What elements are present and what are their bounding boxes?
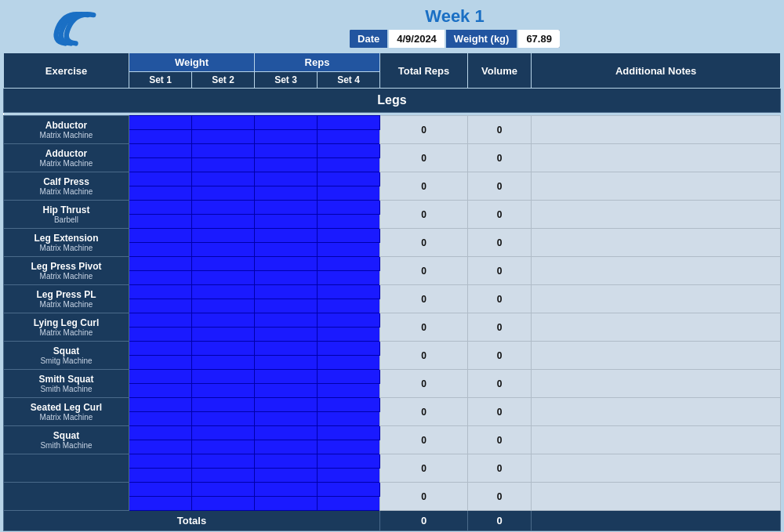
set3-input-row2[interactable] bbox=[255, 243, 318, 257]
set1-input-row1[interactable] bbox=[129, 342, 192, 356]
set4-input-row2[interactable] bbox=[318, 158, 380, 172]
set1-input-row1[interactable] bbox=[129, 454, 192, 469]
set1-input-row2[interactable] bbox=[129, 328, 192, 342]
set3-input-row1[interactable] bbox=[255, 398, 318, 412]
set1-input-row2[interactable] bbox=[129, 497, 192, 511]
set2-input-row2[interactable] bbox=[192, 497, 255, 511]
set3-input-row2[interactable] bbox=[255, 299, 318, 313]
set2-input-row1[interactable] bbox=[192, 172, 255, 186]
set2-input-row2[interactable] bbox=[192, 130, 255, 144]
set2-input-row2[interactable] bbox=[192, 356, 255, 370]
notes-cell[interactable] bbox=[532, 172, 781, 201]
set3-input-row1[interactable] bbox=[255, 257, 318, 271]
set1-input-row2[interactable] bbox=[129, 384, 192, 398]
set4-input-row2[interactable] bbox=[318, 412, 380, 426]
set4-input-row2[interactable] bbox=[318, 440, 380, 454]
set2-input-row1[interactable] bbox=[192, 257, 255, 271]
set3-input-row2[interactable] bbox=[255, 440, 318, 454]
set3-input-row1[interactable] bbox=[255, 116, 318, 130]
set2-input-row2[interactable] bbox=[192, 243, 255, 257]
set1-input-row2[interactable] bbox=[129, 158, 192, 172]
set3-input-row1[interactable] bbox=[255, 229, 318, 243]
set3-input-row1[interactable] bbox=[255, 342, 318, 356]
set4-input-row1[interactable] bbox=[318, 201, 380, 215]
set3-input-row2[interactable] bbox=[255, 328, 318, 342]
set1-input-row2[interactable] bbox=[129, 215, 192, 229]
set4-input-row2[interactable] bbox=[318, 469, 380, 483]
notes-cell[interactable] bbox=[532, 229, 781, 257]
set1-input-row2[interactable] bbox=[129, 243, 192, 257]
notes-cell[interactable] bbox=[532, 144, 781, 172]
set2-input-row2[interactable] bbox=[192, 186, 255, 201]
set4-input-row1[interactable] bbox=[318, 398, 380, 412]
set3-input-row2[interactable] bbox=[255, 469, 318, 483]
notes-cell[interactable] bbox=[532, 116, 781, 144]
set3-input-row2[interactable] bbox=[255, 497, 318, 511]
notes-cell[interactable] bbox=[532, 257, 781, 285]
set1-input-row1[interactable] bbox=[129, 398, 192, 412]
set3-input-row2[interactable] bbox=[255, 384, 318, 398]
set2-input-row1[interactable] bbox=[192, 116, 255, 130]
set2-input-row1[interactable] bbox=[192, 285, 255, 299]
notes-cell[interactable] bbox=[532, 370, 781, 398]
set1-input-row1[interactable] bbox=[129, 172, 192, 186]
set4-input-row2[interactable] bbox=[318, 299, 380, 313]
set2-input-row2[interactable] bbox=[192, 440, 255, 454]
set1-input-row1[interactable] bbox=[129, 116, 192, 130]
set1-input-row2[interactable] bbox=[129, 440, 192, 454]
set3-input-row2[interactable] bbox=[255, 186, 318, 201]
set3-input-row2[interactable] bbox=[255, 130, 318, 144]
set2-input-row1[interactable] bbox=[192, 342, 255, 356]
set2-input-row1[interactable] bbox=[192, 426, 255, 440]
notes-cell[interactable] bbox=[532, 398, 781, 426]
set1-input-row2[interactable] bbox=[129, 186, 192, 201]
set1-input-row2[interactable] bbox=[129, 469, 192, 483]
set3-input-row2[interactable] bbox=[255, 356, 318, 370]
set4-input-row1[interactable] bbox=[318, 172, 380, 186]
set4-input-row2[interactable] bbox=[318, 130, 380, 144]
set1-input-row1[interactable] bbox=[129, 144, 192, 158]
set2-input-row2[interactable] bbox=[192, 299, 255, 313]
set4-input-row1[interactable] bbox=[318, 229, 380, 243]
set2-input-row2[interactable] bbox=[192, 412, 255, 426]
set1-input-row1[interactable] bbox=[129, 483, 192, 497]
set1-input-row1[interactable] bbox=[129, 201, 192, 215]
set3-input-row1[interactable] bbox=[255, 201, 318, 215]
notes-cell[interactable] bbox=[532, 426, 781, 454]
set3-input-row2[interactable] bbox=[255, 412, 318, 426]
set3-input-row2[interactable] bbox=[255, 158, 318, 172]
set3-input-row2[interactable] bbox=[255, 215, 318, 229]
set4-input-row1[interactable] bbox=[318, 342, 380, 356]
set2-input-row2[interactable] bbox=[192, 215, 255, 229]
set3-input-row1[interactable] bbox=[255, 144, 318, 158]
set2-input-row2[interactable] bbox=[192, 328, 255, 342]
notes-cell[interactable] bbox=[532, 454, 781, 483]
set3-input-row1[interactable] bbox=[255, 285, 318, 299]
set3-input-row1[interactable] bbox=[255, 172, 318, 186]
set1-input-row1[interactable] bbox=[129, 257, 192, 271]
set1-input-row2[interactable] bbox=[129, 299, 192, 313]
set4-input-row2[interactable] bbox=[318, 186, 380, 201]
notes-cell[interactable] bbox=[532, 313, 781, 342]
set1-input-row2[interactable] bbox=[129, 356, 192, 370]
set2-input-row2[interactable] bbox=[192, 469, 255, 483]
set2-input-row1[interactable] bbox=[192, 454, 255, 469]
set4-input-row2[interactable] bbox=[318, 271, 380, 285]
notes-cell[interactable] bbox=[532, 342, 781, 370]
set3-input-row1[interactable] bbox=[255, 483, 318, 497]
set1-input-row1[interactable] bbox=[129, 229, 192, 243]
set4-input-row2[interactable] bbox=[318, 497, 380, 511]
notes-cell[interactable] bbox=[532, 483, 781, 511]
set4-input-row2[interactable] bbox=[318, 328, 380, 342]
set2-input-row1[interactable] bbox=[192, 144, 255, 158]
set3-input-row1[interactable] bbox=[255, 370, 318, 384]
set3-input-row2[interactable] bbox=[255, 271, 318, 285]
set4-input-row1[interactable] bbox=[318, 144, 380, 158]
set4-input-row1[interactable] bbox=[318, 116, 380, 130]
set4-input-row2[interactable] bbox=[318, 215, 380, 229]
set1-input-row1[interactable] bbox=[129, 426, 192, 440]
set4-input-row2[interactable] bbox=[318, 243, 380, 257]
set2-input-row1[interactable] bbox=[192, 483, 255, 497]
set2-input-row2[interactable] bbox=[192, 271, 255, 285]
set1-input-row2[interactable] bbox=[129, 130, 192, 144]
